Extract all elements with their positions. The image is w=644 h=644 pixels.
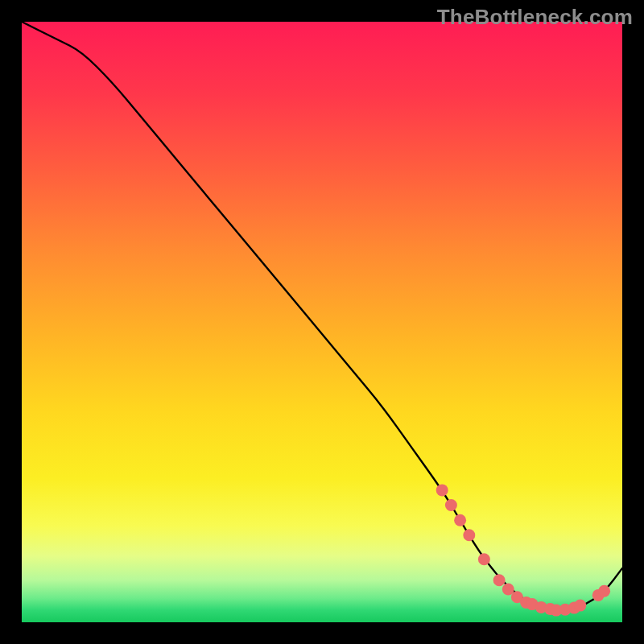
curve-marker bbox=[463, 529, 475, 541]
curve-markers bbox=[436, 484, 610, 616]
chart-frame: TheBottleneck.com bbox=[0, 0, 644, 644]
plot-area bbox=[22, 22, 622, 622]
bottleneck-curve bbox=[22, 22, 622, 610]
curve-marker bbox=[436, 484, 448, 496]
bottleneck-curve-svg bbox=[22, 22, 622, 622]
curve-marker bbox=[445, 499, 457, 511]
curve-marker bbox=[454, 514, 466, 526]
curve-marker bbox=[493, 574, 506, 586]
curve-marker bbox=[574, 600, 586, 612]
curve-marker bbox=[598, 585, 610, 597]
curve-marker bbox=[478, 553, 490, 565]
attribution-text: TheBottleneck.com bbox=[437, 5, 633, 30]
